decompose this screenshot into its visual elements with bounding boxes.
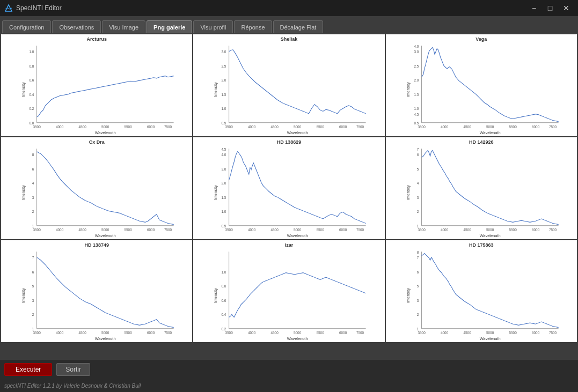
- chart-title-izar: Izar: [195, 242, 382, 248]
- tab-visu-image[interactable]: Visu Image: [102, 20, 145, 33]
- chart-area-sheliak: 0.5 1.0 1.5 2.0 2.5 3.0 3500 4000 4500 5…: [195, 43, 382, 134]
- chart-title-vega: Vega: [388, 36, 575, 42]
- svg-text:Wavelength: Wavelength: [479, 336, 500, 340]
- sortir-button[interactable]: Sortir: [56, 363, 90, 376]
- svg-text:6000: 6000: [147, 228, 155, 232]
- svg-text:3500: 3500: [33, 228, 41, 232]
- svg-text:Wavelength: Wavelength: [287, 233, 308, 237]
- tab-visu-profil[interactable]: Visu profil: [193, 20, 233, 33]
- minimize-button[interactable]: −: [526, 3, 542, 13]
- svg-text:4.5: 4.5: [414, 113, 419, 116]
- svg-text:1.0: 1.0: [414, 107, 419, 110]
- chart-cell-arcturus[interactable]: Arcturus 0.0 0.2 0.4 0.6 0.8 1.0: [1, 34, 192, 136]
- svg-text:6000: 6000: [532, 125, 540, 129]
- gallery-scroll[interactable]: Arcturus 0.0 0.2 0.4 0.6 0.8 1.0: [0, 33, 578, 360]
- window-title: SpecINTI Editor: [16, 4, 62, 12]
- chart-cell-cxdra[interactable]: Cx Dra 1 2 3 4 6 8 3500 4000 4500: [1, 137, 192, 239]
- svg-text:3500: 3500: [33, 125, 41, 129]
- chart-cell-hd138749[interactable]: HD 138749 1 2 3 5 6 7 3500 4000 4500: [1, 240, 192, 342]
- svg-text:0.8: 0.8: [222, 284, 226, 288]
- maximize-button[interactable]: □: [543, 3, 558, 13]
- chart-area-hd175863: 1 2 3 5 6 7 8 3500 4000 4500 5000 5500 6…: [388, 249, 575, 340]
- svg-text:1: 1: [32, 327, 34, 331]
- chart-svg-sheliak: 0.5 1.0 1.5 2.0 2.5 3.0 3500 4000 4500 5…: [195, 43, 382, 134]
- svg-text:Intensity: Intensity: [21, 288, 26, 303]
- svg-text:Intensity: Intensity: [214, 82, 218, 97]
- svg-text:8: 8: [416, 250, 419, 254]
- svg-text:5500: 5500: [317, 228, 325, 232]
- close-button[interactable]: ✕: [559, 3, 574, 13]
- svg-text:4000: 4000: [56, 125, 64, 129]
- svg-text:7500: 7500: [164, 228, 172, 232]
- tab-configuration[interactable]: Configuration: [2, 20, 51, 33]
- svg-text:2.0: 2.0: [222, 78, 226, 82]
- svg-text:1.5: 1.5: [414, 93, 419, 97]
- chart-svg-cxdra: 1 2 3 4 6 8 3500 4000 4500 5000 5500 600…: [3, 146, 190, 237]
- svg-text:5500: 5500: [509, 331, 517, 335]
- chart-title-arcturus: Arcturus: [3, 36, 190, 42]
- svg-text:3500: 3500: [418, 125, 426, 129]
- svg-text:5000: 5000: [486, 228, 494, 232]
- svg-text:0.0: 0.0: [29, 121, 34, 125]
- svg-text:6: 6: [32, 270, 34, 274]
- svg-text:6: 6: [416, 153, 419, 157]
- chart-cell-izar[interactable]: Izar 0.2 0.4 0.6 0.8 1.0 3500 4000 4500 …: [193, 240, 384, 342]
- executer-button[interactable]: Executer: [4, 363, 52, 376]
- chart-cell-vega[interactable]: Vega 0.5 1.0 1.5 2.0 2.5 3.0 4.0 4.5 350…: [386, 34, 577, 136]
- tab-bar: Configuration Observations Visu Image Pn…: [0, 16, 578, 33]
- svg-text:4: 4: [416, 181, 419, 185]
- svg-text:Wavelength: Wavelength: [479, 233, 500, 237]
- bottom-bar: Executer Sortir: [0, 360, 578, 379]
- svg-text:Intensity: Intensity: [21, 82, 26, 97]
- chart-cell-hd175863[interactable]: HD 175863 1 2 3 5 6 7 8 3500 4000: [386, 240, 577, 342]
- svg-text:4500: 4500: [271, 331, 279, 335]
- svg-text:4000: 4000: [56, 228, 64, 232]
- tab-observations[interactable]: Observations: [52, 20, 101, 33]
- svg-text:0.6: 0.6: [222, 299, 226, 302]
- svg-text:5500: 5500: [125, 228, 133, 232]
- svg-text:2: 2: [32, 210, 34, 213]
- svg-text:6: 6: [32, 167, 34, 171]
- svg-text:5000: 5000: [486, 331, 494, 335]
- chart-svg-izar: 0.2 0.4 0.6 0.8 1.0 3500 4000 4500 5000 …: [195, 249, 382, 340]
- svg-text:4500: 4500: [79, 228, 87, 232]
- svg-text:6000: 6000: [147, 331, 155, 335]
- chart-area-cxdra: 1 2 3 4 6 8 3500 4000 4500 5000 5500 600…: [3, 146, 190, 237]
- chart-title-hd138629: HD 138629: [195, 139, 382, 145]
- svg-text:3500: 3500: [225, 125, 233, 129]
- svg-text:6000: 6000: [339, 331, 347, 335]
- svg-text:Wavelength: Wavelength: [95, 336, 116, 340]
- svg-text:3500: 3500: [225, 228, 233, 232]
- chart-cell-hd138629[interactable]: HD 138629 0.5 1.0 1.5 2.0 3.0 4.0 4.5 35…: [193, 137, 384, 239]
- svg-text:5000: 5000: [294, 228, 302, 232]
- svg-text:3: 3: [416, 196, 419, 199]
- chart-title-cxdra: Cx Dra: [3, 139, 190, 145]
- svg-text:Wavelength: Wavelength: [95, 130, 116, 134]
- svg-text:5500: 5500: [317, 125, 325, 129]
- svg-text:6000: 6000: [339, 228, 347, 232]
- svg-text:5500: 5500: [509, 125, 517, 129]
- svg-text:7500: 7500: [549, 331, 557, 335]
- chart-cell-sheliak[interactable]: Sheliak 0.5 1.0 1.5 2.0 2.5 3.0 3500 400…: [193, 34, 384, 136]
- chart-svg-hd138749: 1 2 3 5 6 7 3500 4000 4500 5000 5500 600…: [3, 249, 190, 340]
- svg-text:5000: 5000: [101, 125, 109, 129]
- svg-text:7500: 7500: [164, 125, 172, 129]
- footer: specINTI Editor 1.2.1 by Valerie Desnoux…: [0, 379, 578, 392]
- svg-text:2.5: 2.5: [222, 64, 226, 68]
- svg-text:4500: 4500: [463, 228, 471, 232]
- chart-area-vega: 0.5 1.0 1.5 2.0 2.5 3.0 4.0 4.5 3500 400…: [388, 43, 575, 134]
- tab-png-galerie[interactable]: Png galerie: [147, 20, 192, 33]
- svg-text:3: 3: [416, 299, 419, 302]
- svg-text:3500: 3500: [33, 331, 41, 335]
- chart-cell-hd142926[interactable]: HD 142926 1 2 3 4 5 6 7 3500 4000: [386, 137, 577, 239]
- svg-text:5: 5: [416, 284, 419, 288]
- svg-text:2.5: 2.5: [414, 64, 419, 68]
- tab-decalage-flat[interactable]: Décalage Flat: [273, 20, 324, 33]
- chart-area-hd138629: 0.5 1.0 1.5 2.0 3.0 4.0 4.5 3500 4000 45…: [195, 146, 382, 237]
- svg-text:7500: 7500: [549, 125, 557, 129]
- svg-text:6: 6: [416, 270, 419, 274]
- svg-text:5000: 5000: [294, 331, 302, 335]
- tab-reponse[interactable]: Réponse: [234, 20, 272, 33]
- svg-text:1.0: 1.0: [222, 210, 226, 213]
- svg-text:1: 1: [416, 327, 419, 331]
